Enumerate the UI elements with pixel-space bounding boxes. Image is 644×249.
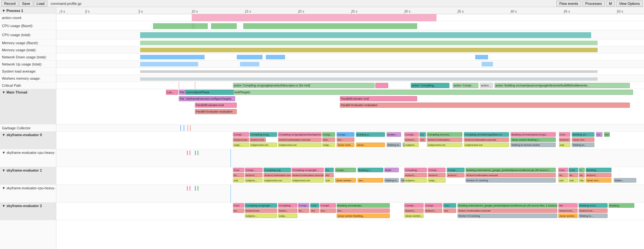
- se0-ac3[interactable]: Acti...: [322, 137, 335, 142]
- se0-sub-r[interactable]: sub: [559, 143, 570, 147]
- cp-span-3[interactable]: action 'Compiling...: [411, 83, 449, 88]
- se0-compil3[interactable]: Compil...: [404, 132, 419, 137]
- se1-hia[interactable]: hia...: [579, 178, 585, 183]
- se2-ac-cont2-far[interactable]: ActionCont...: [579, 208, 608, 213]
- se1-compiling-erg[interactable]: Compiling erg...: [264, 168, 291, 172]
- se1-sub2-far[interactable]: sub: [569, 178, 578, 183]
- se1-co[interactable]: Co: [325, 168, 334, 172]
- cp-span-5[interactable]: action...: [480, 83, 493, 88]
- se0-ac-r1[interactable]: ActionC...: [559, 137, 570, 142]
- se2-compiling[interactable]: Compiling...: [278, 203, 297, 208]
- se2-building-main[interactable]: Building src/main/jav...: [337, 203, 390, 208]
- m-button[interactable]: M: [606, 1, 615, 6]
- se1-act[interactable]: Act: [325, 173, 334, 177]
- se0-com-r[interactable]: Com: [559, 132, 570, 137]
- se1-ac-r3[interactable]: ActionC...: [447, 173, 465, 177]
- se1-javac-far[interactable]: Javac wro...: [586, 178, 611, 183]
- se1-compiling-r1[interactable]: Compiling...: [404, 168, 427, 172]
- processes-button[interactable]: Processes: [582, 1, 605, 6]
- se1-ac-r1[interactable]: ActionC...: [404, 173, 427, 177]
- se0-waiting-r[interactable]: Waiting to...: [572, 143, 594, 147]
- se0-ac-r2[interactable]: Javac wor...: [572, 137, 594, 142]
- se2-act2[interactable]: Act.: [310, 208, 319, 213]
- se1-subp-r[interactable]: subp...: [428, 178, 446, 183]
- se1-building-far[interactable]: Building...: [586, 168, 611, 172]
- se0-building-src[interactable]: Building sr...: [356, 132, 385, 137]
- se1-javac-worker[interactable]: Javac worker...: [335, 178, 356, 183]
- se1-c-far[interactable]: C.: [579, 168, 585, 172]
- se1-compl2[interactable]: Compl...: [335, 168, 356, 172]
- se0-ac-cont1[interactable]: ActionContinuation...: [427, 137, 462, 142]
- se0-building-main[interactable]: Building src/main/java/com/go...: [511, 132, 556, 137]
- se0-subprocess4[interactable]: subprocess.run: [464, 143, 509, 147]
- se2-ac-cont-r[interactable]: Action Continuation.execute: [457, 208, 557, 213]
- se0-compiling-proto[interactable]: Compiling src/google/protobuf/general...: [278, 132, 322, 137]
- se0-compl1[interactable]: Compl...: [233, 132, 249, 137]
- se1-ac-r2[interactable]: ActionC...: [428, 173, 446, 177]
- se1-ac-exec[interactable]: ActionContinuation.execute: [264, 173, 291, 177]
- se1-ac-far2[interactable]: Ac...: [569, 173, 578, 177]
- mt-build-targets[interactable]: buildTargets: [234, 90, 633, 95]
- mt-skyframe-config[interactable]: skyframeExecutor.configureTargets: [185, 96, 235, 101]
- se0-ac2[interactable]: ActionConti...: [250, 137, 266, 142]
- se1-ac-far3[interactable]: Ac.: [579, 173, 585, 177]
- mt-parallel-eval1[interactable]: ParallelEvaluator.eval: [195, 103, 237, 108]
- se0-ac6[interactable]: Act.: [419, 137, 426, 142]
- se1-jav[interactable]: Jav...: [358, 178, 383, 183]
- se0-sub1[interactable]: subp...: [233, 143, 249, 147]
- se2-ac-r1[interactable]: ActionC...: [404, 208, 424, 213]
- se1-compl-r[interactable]: Compl...: [428, 168, 446, 172]
- se0-co[interactable]: Co: [419, 132, 426, 137]
- se2-com2[interactable]: Com: [310, 203, 319, 208]
- se2-javac-worker[interactable]: Javac worker Building...: [337, 214, 390, 218]
- se2-worker3[interactable]: Worker #3 working: [457, 214, 557, 218]
- se0-compiling-main[interactable]: Compiling src/main/cpp/blaze.cc: [464, 132, 509, 137]
- mt-lau[interactable]: Lau...: [166, 90, 178, 95]
- se0-ac5[interactable]: ActionC...: [404, 137, 419, 142]
- se2-compil2[interactable]: Compil...: [320, 203, 336, 208]
- se1-sub1[interactable]: sub: [233, 178, 244, 183]
- se2-com-r[interactable]: Con...: [443, 203, 456, 208]
- cp-span-4[interactable]: action 'Compi...: [453, 83, 478, 88]
- se2-act1[interactable]: Ac...: [233, 208, 244, 213]
- mt-parallel-eval-eval2[interactable]: Parallel Evaluator evaluation: [340, 103, 630, 108]
- se1-building-ext[interactable]: Building external/com_google_protobuf/ja…: [466, 168, 556, 172]
- se2-subproc-r[interactable]: Javac worker...: [404, 214, 424, 218]
- se2-building-ext[interactable]: Building external/com_google_protobuf/ja…: [457, 203, 557, 208]
- se1-build[interactable]: Build.: [384, 168, 399, 172]
- se0-subprocess3[interactable]: subprocess.run: [427, 143, 462, 147]
- se1-com[interactable]: Com: [233, 168, 244, 172]
- content-panel[interactable]: -5 s0 s5 s10 s15 s20 s25 s30 s35 s40 s45…: [56, 7, 644, 249]
- se2-com[interactable]: Com: [233, 203, 244, 208]
- se0-comp2[interactable]: Comp...: [322, 132, 335, 137]
- mt-run-analysis[interactable]: runAnalysisPhase: [185, 90, 240, 95]
- se2-compi[interactable]: Compi...: [298, 203, 309, 208]
- record-button[interactable]: Record: [1, 1, 18, 6]
- se1-com2-far[interactable]: Com: [569, 168, 578, 172]
- se1-compiling-google[interactable]: Compiling src/google...: [292, 168, 324, 172]
- se0-sub2[interactable]: subp...: [322, 143, 335, 147]
- se0-co-r[interactable]: Co: [596, 132, 602, 137]
- se1-compl-r2[interactable]: Compl...: [447, 168, 465, 172]
- se0-ac-cont2[interactable]: ActionContinuation.execute: [464, 137, 509, 142]
- se0-javac-work[interactable]: Javac work...: [337, 143, 354, 147]
- se2-ac-cont[interactable]: ActionConti...: [245, 208, 277, 213]
- se2-waiting-far[interactable]: Waiting to...: [579, 214, 608, 218]
- se2-ac-cont2[interactable]: Act...: [337, 208, 390, 213]
- se2-compl-r2[interactable]: Compl...: [425, 203, 442, 208]
- se2-act-r[interactable]: Act: [558, 203, 578, 208]
- se2-action[interactable]: Action...: [278, 208, 297, 213]
- se1-com-far[interactable]: Com: [558, 168, 568, 172]
- se1-sub-far[interactable]: sub: [558, 178, 568, 183]
- se0-ac1[interactable]: ActionConti...: [233, 137, 249, 142]
- se2-building-r2[interactable]: Building...: [609, 203, 634, 208]
- se0-subprocess1[interactable]: subprocess.run: [250, 143, 277, 147]
- se2-ac-cont-far[interactable]: ActionCont...: [558, 208, 578, 213]
- se2-compil-r1[interactable]: Compil...: [404, 203, 424, 208]
- se0-ac-exec[interactable]: ActionContinuation.execute: [278, 137, 322, 142]
- se2-javac-far[interactable]: Javac worker...: [558, 214, 578, 218]
- se2-ac-r3[interactable]: Act.: [443, 208, 456, 213]
- load-button[interactable]: Load: [34, 1, 47, 6]
- cp-span-6[interactable]: action 'Building src/main/java/com/googl…: [495, 83, 630, 88]
- se1-subprocess1[interactable]: subprocess.run: [264, 178, 291, 183]
